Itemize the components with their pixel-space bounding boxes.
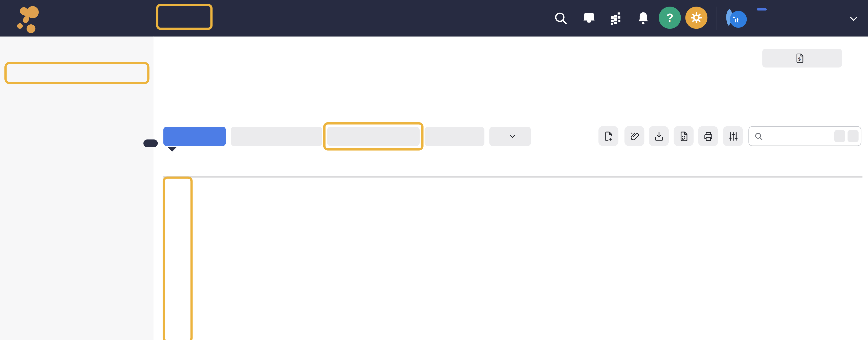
navbar-divider	[716, 7, 716, 30]
column-settings-button[interactable]	[723, 126, 743, 146]
help-button[interactable]: ?	[659, 7, 681, 29]
import-icon	[653, 130, 664, 142]
attachment-ai-button[interactable]	[624, 126, 644, 146]
help-icon: ?	[666, 11, 673, 24]
export-button[interactable]	[674, 126, 694, 146]
inbox-icon[interactable]	[581, 10, 597, 26]
chevron-down-icon[interactable]	[847, 13, 860, 25]
shortcut-cmd-key	[834, 130, 845, 142]
bell-icon[interactable]	[636, 10, 651, 26]
kasserapport-button[interactable]	[762, 49, 842, 67]
approve-all-button[interactable]	[425, 127, 484, 146]
select-all-tooltip	[143, 139, 158, 147]
user-info[interactable]	[753, 6, 767, 10]
new-entry-button[interactable]	[163, 127, 226, 146]
cash-report-icon	[795, 53, 805, 64]
table-header-row	[163, 161, 862, 177]
search-icon	[754, 132, 764, 141]
svg-text:ıt: ıt	[735, 16, 739, 24]
gear-icon	[690, 11, 703, 24]
search-input[interactable]	[767, 131, 834, 141]
new-document-button[interactable]	[598, 126, 618, 146]
role-badge	[757, 8, 767, 10]
column-settings-icon	[727, 130, 739, 142]
top-navbar: ? ıt	[0, 0, 868, 37]
company-avatar[interactable]: ıt	[724, 7, 747, 30]
sidebar	[0, 37, 154, 340]
book-entries-button[interactable]	[327, 127, 420, 146]
more-button[interactable]	[489, 127, 531, 146]
chevron-down-icon	[508, 133, 516, 140]
new-entry-inbox-button[interactable]	[231, 127, 322, 146]
new-document-icon	[602, 130, 614, 142]
main-content	[153, 37, 868, 340]
shortcut-f-key	[847, 130, 859, 142]
economic-logo-icon[interactable]	[10, 3, 39, 33]
search-icon[interactable]	[553, 10, 568, 26]
journal-table	[163, 161, 862, 177]
apps-icon[interactable]	[609, 10, 624, 26]
settings-button[interactable]	[685, 7, 707, 29]
app-window: ? ıt	[0, 0, 868, 340]
print-icon	[702, 130, 714, 142]
import-button[interactable]	[649, 126, 669, 146]
table-search	[748, 126, 861, 146]
print-button[interactable]	[698, 126, 718, 146]
attachment-ai-icon	[629, 130, 641, 142]
export-document-icon	[678, 130, 690, 142]
